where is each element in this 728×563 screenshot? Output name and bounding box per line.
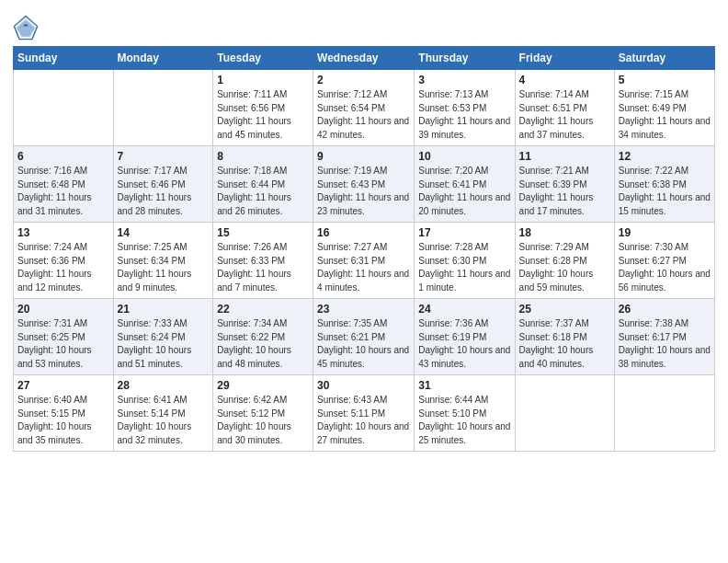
day-number: 31	[418, 379, 510, 392]
day-detail: Sunrise: 7:11 AM Sunset: 6:56 PM Dayligh…	[217, 88, 309, 142]
calendar-cell: 5Sunrise: 7:15 AM Sunset: 6:49 PM Daylig…	[614, 70, 714, 146]
day-number: 8	[217, 150, 309, 163]
calendar-page: SundayMondayTuesdayWednesdayThursdayFrid…	[0, 0, 728, 563]
calendar-cell: 4Sunrise: 7:14 AM Sunset: 6:51 PM Daylig…	[515, 70, 614, 146]
calendar-cell: 19Sunrise: 7:30 AM Sunset: 6:27 PM Dayli…	[614, 223, 714, 299]
calendar-header-monday: Monday	[113, 47, 213, 70]
calendar-cell: 10Sunrise: 7:20 AM Sunset: 6:41 PM Dayli…	[415, 146, 515, 223]
calendar-cell: 21Sunrise: 7:33 AM Sunset: 6:24 PM Dayli…	[113, 299, 213, 375]
day-detail: Sunrise: 7:37 AM Sunset: 6:18 PM Dayligh…	[519, 317, 610, 371]
day-number: 30	[317, 379, 410, 392]
day-detail: Sunrise: 7:22 AM Sunset: 6:38 PM Dayligh…	[619, 165, 711, 218]
day-number: 3	[418, 74, 510, 86]
calendar-cell: 30Sunrise: 6:43 AM Sunset: 5:11 PM Dayli…	[313, 375, 415, 452]
calendar-cell: 27Sunrise: 6:40 AM Sunset: 5:15 PM Dayli…	[14, 375, 114, 452]
calendar-cell: 7Sunrise: 7:17 AM Sunset: 6:46 PM Daylig…	[113, 146, 213, 223]
day-number: 18	[519, 226, 610, 239]
day-number: 14	[118, 226, 210, 239]
day-number: 17	[418, 226, 510, 239]
calendar-table: SundayMondayTuesdayWednesdayThursdayFrid…	[13, 46, 715, 452]
day-detail: Sunrise: 6:41 AM Sunset: 5:14 PM Dayligh…	[118, 394, 210, 447]
day-detail: Sunrise: 7:30 AM Sunset: 6:27 PM Dayligh…	[619, 241, 711, 294]
day-detail: Sunrise: 6:44 AM Sunset: 5:10 PM Dayligh…	[418, 394, 510, 447]
day-detail: Sunrise: 6:43 AM Sunset: 5:11 PM Dayligh…	[317, 394, 410, 447]
day-number: 26	[619, 303, 711, 316]
day-number: 28	[118, 379, 210, 392]
calendar-cell	[14, 70, 114, 146]
calendar-cell: 17Sunrise: 7:28 AM Sunset: 6:30 PM Dayli…	[415, 223, 515, 299]
day-number: 6	[17, 150, 109, 163]
day-number: 13	[17, 226, 109, 239]
day-number: 21	[118, 303, 210, 316]
calendar-cell: 16Sunrise: 7:27 AM Sunset: 6:31 PM Dayli…	[313, 223, 415, 299]
day-number: 11	[519, 150, 610, 163]
day-number: 4	[519, 74, 610, 86]
calendar-cell: 22Sunrise: 7:34 AM Sunset: 6:22 PM Dayli…	[213, 299, 313, 375]
day-number: 12	[619, 150, 711, 163]
day-number: 19	[619, 226, 711, 239]
day-number: 27	[17, 379, 109, 392]
calendar-cell: 23Sunrise: 7:35 AM Sunset: 6:21 PM Dayli…	[313, 299, 415, 375]
day-number: 22	[217, 303, 309, 316]
day-number: 25	[519, 303, 610, 316]
calendar-week-row: 13Sunrise: 7:24 AM Sunset: 6:36 PM Dayli…	[14, 223, 715, 299]
day-detail: Sunrise: 7:25 AM Sunset: 6:34 PM Dayligh…	[118, 241, 210, 294]
calendar-header-wednesday: Wednesday	[313, 47, 415, 70]
calendar-cell: 13Sunrise: 7:24 AM Sunset: 6:36 PM Dayli…	[14, 223, 114, 299]
calendar-cell: 3Sunrise: 7:13 AM Sunset: 6:53 PM Daylig…	[415, 70, 515, 146]
day-detail: Sunrise: 7:21 AM Sunset: 6:39 PM Dayligh…	[519, 165, 610, 218]
day-detail: Sunrise: 7:20 AM Sunset: 6:41 PM Dayligh…	[418, 165, 510, 218]
calendar-cell: 9Sunrise: 7:19 AM Sunset: 6:43 PM Daylig…	[313, 146, 415, 223]
day-detail: Sunrise: 6:40 AM Sunset: 5:15 PM Dayligh…	[17, 394, 109, 447]
day-detail: Sunrise: 7:35 AM Sunset: 6:21 PM Dayligh…	[317, 317, 410, 371]
calendar-cell: 15Sunrise: 7:26 AM Sunset: 6:33 PM Dayli…	[213, 223, 313, 299]
day-detail: Sunrise: 7:29 AM Sunset: 6:28 PM Dayligh…	[519, 241, 610, 294]
calendar-cell: 25Sunrise: 7:37 AM Sunset: 6:18 PM Dayli…	[515, 299, 614, 375]
day-detail: Sunrise: 7:27 AM Sunset: 6:31 PM Dayligh…	[317, 241, 410, 294]
day-detail: Sunrise: 7:12 AM Sunset: 6:54 PM Dayligh…	[317, 88, 410, 142]
calendar-cell: 18Sunrise: 7:29 AM Sunset: 6:28 PM Dayli…	[515, 223, 614, 299]
calendar-cell: 28Sunrise: 6:41 AM Sunset: 5:14 PM Dayli…	[113, 375, 213, 452]
day-number: 16	[317, 226, 410, 239]
calendar-cell	[515, 375, 614, 452]
logo	[13, 15, 42, 40]
calendar-cell: 20Sunrise: 7:31 AM Sunset: 6:25 PM Dayli…	[14, 299, 114, 375]
day-detail: Sunrise: 7:17 AM Sunset: 6:46 PM Dayligh…	[118, 165, 210, 218]
calendar-cell: 12Sunrise: 7:22 AM Sunset: 6:38 PM Dayli…	[614, 146, 714, 223]
day-detail: Sunrise: 6:42 AM Sunset: 5:12 PM Dayligh…	[217, 394, 309, 447]
day-detail: Sunrise: 7:36 AM Sunset: 6:19 PM Dayligh…	[418, 317, 510, 371]
header	[13, 9, 715, 40]
calendar-cell: 11Sunrise: 7:21 AM Sunset: 6:39 PM Dayli…	[515, 146, 614, 223]
day-number: 7	[118, 150, 210, 163]
calendar-cell	[614, 375, 714, 452]
day-detail: Sunrise: 7:28 AM Sunset: 6:30 PM Dayligh…	[418, 241, 510, 294]
day-detail: Sunrise: 7:13 AM Sunset: 6:53 PM Dayligh…	[418, 88, 510, 142]
calendar-header-tuesday: Tuesday	[213, 47, 313, 70]
calendar-cell: 24Sunrise: 7:36 AM Sunset: 6:19 PM Dayli…	[415, 299, 515, 375]
calendar-week-row: 6Sunrise: 7:16 AM Sunset: 6:48 PM Daylig…	[14, 146, 715, 223]
day-number: 29	[217, 379, 309, 392]
calendar-header-friday: Friday	[515, 47, 614, 70]
calendar-header-saturday: Saturday	[614, 47, 714, 70]
day-detail: Sunrise: 7:38 AM Sunset: 6:17 PM Dayligh…	[619, 317, 711, 371]
day-detail: Sunrise: 7:31 AM Sunset: 6:25 PM Dayligh…	[17, 317, 109, 371]
calendar-cell: 29Sunrise: 6:42 AM Sunset: 5:12 PM Dayli…	[213, 375, 313, 452]
logo-icon	[13, 15, 39, 40]
day-detail: Sunrise: 7:24 AM Sunset: 6:36 PM Dayligh…	[17, 241, 109, 294]
day-detail: Sunrise: 7:33 AM Sunset: 6:24 PM Dayligh…	[118, 317, 210, 371]
calendar-cell: 1Sunrise: 7:11 AM Sunset: 6:56 PM Daylig…	[213, 70, 313, 146]
calendar-cell: 6Sunrise: 7:16 AM Sunset: 6:48 PM Daylig…	[14, 146, 114, 223]
day-number: 1	[217, 74, 309, 86]
day-detail: Sunrise: 7:34 AM Sunset: 6:22 PM Dayligh…	[217, 317, 309, 371]
day-detail: Sunrise: 7:16 AM Sunset: 6:48 PM Dayligh…	[17, 165, 109, 218]
day-number: 5	[619, 74, 711, 86]
calendar-header-thursday: Thursday	[415, 47, 515, 70]
day-detail: Sunrise: 7:15 AM Sunset: 6:49 PM Dayligh…	[619, 88, 711, 142]
calendar-week-row: 27Sunrise: 6:40 AM Sunset: 5:15 PM Dayli…	[14, 375, 715, 452]
day-detail: Sunrise: 7:19 AM Sunset: 6:43 PM Dayligh…	[317, 165, 410, 218]
day-number: 20	[17, 303, 109, 316]
calendar-header-row: SundayMondayTuesdayWednesdayThursdayFrid…	[14, 47, 715, 70]
calendar-cell: 8Sunrise: 7:18 AM Sunset: 6:44 PM Daylig…	[213, 146, 313, 223]
calendar-cell: 14Sunrise: 7:25 AM Sunset: 6:34 PM Dayli…	[113, 223, 213, 299]
day-number: 10	[418, 150, 510, 163]
